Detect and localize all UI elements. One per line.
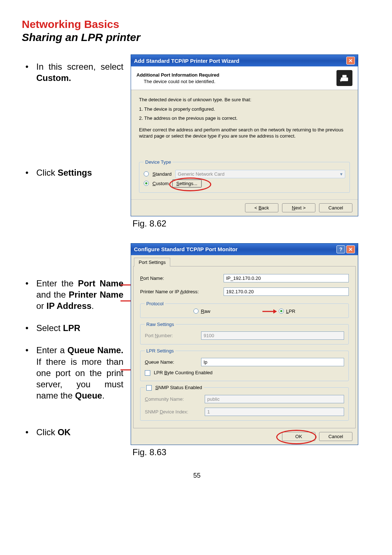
protocol-legend: Protocol <box>145 301 165 306</box>
raw-port-label: Port Number:Port Number: <box>145 333 197 338</box>
wizard-title: Add Standard TCP/IP Printer Port Wizard <box>134 58 239 64</box>
port-name-input[interactable]: IP_192.170.0.20 <box>224 274 349 282</box>
ip-address-label: Printer Name or IP Address:Printer Name … <box>140 289 220 294</box>
settings-button[interactable]: SSettings...ettings... <box>172 180 201 187</box>
raw-port-input: 9100 <box>201 331 344 340</box>
svg-rect-0 <box>341 78 348 81</box>
svg-rect-1 <box>342 75 346 78</box>
next-button[interactable]: Next >Next > <box>282 203 315 212</box>
page-number: 55 <box>22 472 372 479</box>
close-icon[interactable]: ✕ <box>346 57 355 65</box>
figure-caption-2: Fig. 8.63 <box>132 447 372 457</box>
instr-queue-name: Enter a Queue Name. If there is more tha… <box>22 344 123 401</box>
instr-click-ok: Click OK <box>22 427 123 438</box>
wizard-list1: 1. The device is properly configured. <box>139 106 350 113</box>
standard-select-value: Generic Network Card <box>178 171 225 177</box>
snmp-checkbox[interactable] <box>146 385 152 391</box>
help-icon[interactable]: ? <box>336 245 345 253</box>
instr-select-custom: In this screen, select Custom. <box>22 61 123 83</box>
figure-caption-1: Fig. 8.62 <box>132 219 372 229</box>
snmp-index-label: SNMP Device Index:SNMP Device Index: <box>145 409 201 415</box>
wizard-list2: 2. The address on the previous page is c… <box>139 115 350 122</box>
svg-marker-10 <box>273 309 277 314</box>
printer-icon <box>336 70 352 86</box>
close-icon[interactable]: ✕ <box>346 245 355 253</box>
arrow-icon <box>262 309 277 314</box>
device-type-legend: Device Type <box>144 159 172 165</box>
wizard-intro: The detected device is of unknown type. … <box>139 97 350 103</box>
wizard-p2: Either correct the address and perform a… <box>139 127 350 139</box>
instr-click-settings: Click Settings <box>22 167 123 178</box>
ip-address-input[interactable]: 192.170.0.20 <box>224 287 349 296</box>
snmp-index-input: 1 <box>205 408 344 416</box>
instr-select-lpr: Select LPR <box>22 322 123 334</box>
queue-name-input[interactable]: lp <box>201 358 344 366</box>
raw-settings-legend: Raw Settings <box>145 322 176 327</box>
back-button[interactable]: < Back< Back <box>245 203 278 212</box>
instr-port-name: Enter the Port Name and the Printer Name… <box>22 278 123 312</box>
radio-lpr[interactable] <box>279 309 284 314</box>
radio-lpr-label: LPRLPR <box>286 309 295 314</box>
community-label: Community Name:Community Name: <box>145 396 201 402</box>
lpr-settings-legend: LPR Settings <box>145 348 175 354</box>
ok-button[interactable]: OK <box>282 432 315 441</box>
radio-custom[interactable] <box>144 181 149 186</box>
radio-raw-label: RawRaw <box>201 309 210 314</box>
chevron-down-icon: ▾ <box>340 171 343 177</box>
lpr-byte-checkbox[interactable] <box>145 370 150 376</box>
port-monitor-title: Configure Standard TCP/IP Port Monitor <box>134 246 238 252</box>
port-name-label: Port Name:Port Name: <box>140 276 220 281</box>
wizard-header-sub: The device could not be identified. <box>144 79 219 84</box>
cancel-button[interactable]: Cancel <box>319 203 352 212</box>
community-input: public <box>205 395 344 403</box>
tab-port-settings[interactable]: Port Settings <box>134 258 170 266</box>
heading-red: Networking Basics <box>22 18 372 30</box>
port-monitor-dialog: Configure Standard TCP/IP Port Monitor ?… <box>131 243 358 445</box>
lpr-byte-label: LPR Byte Counting EnabledLPR Byte Counti… <box>154 370 213 375</box>
cancel-button[interactable]: Cancel <box>319 432 352 441</box>
queue-name-label: Queue Name:Queue Name: <box>145 359 197 365</box>
standard-select[interactable]: Generic Network Card ▾ <box>175 170 345 178</box>
wizard-dialog: Add Standard TCP/IP Printer Port Wizard … <box>131 54 358 216</box>
radio-raw[interactable] <box>193 309 199 314</box>
radio-standard[interactable] <box>144 171 149 176</box>
heading-sub: Sharing an LPR printer <box>22 31 372 44</box>
wizard-header-title: Additional Port Information Required <box>136 72 219 78</box>
snmp-label: SNMP Status EnabledSNMP Status Enabled <box>155 385 202 390</box>
